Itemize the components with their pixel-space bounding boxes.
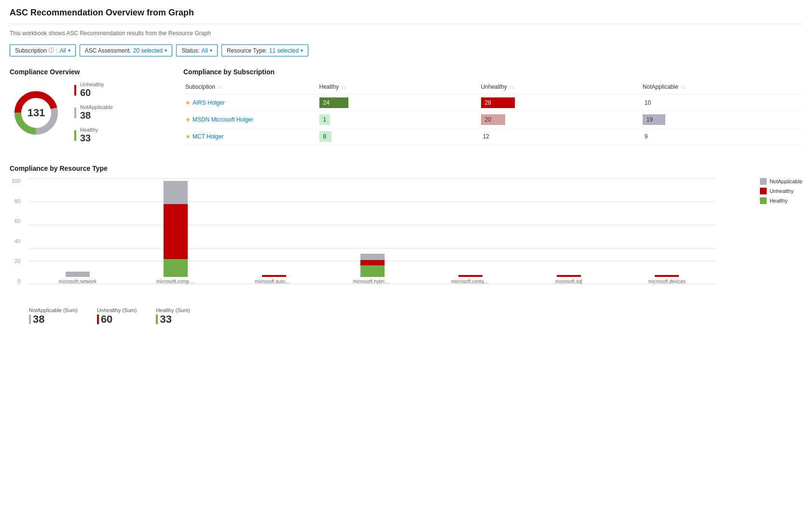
bar-label: microsoft.network [59, 279, 96, 284]
bar-label: microsoft.devices [648, 279, 686, 284]
na-bar: 19 [643, 114, 666, 125]
compliance-subscription-title: Compliance by Subscription [183, 68, 802, 76]
stacked-bar [66, 272, 90, 277]
healthy-legend-value: 33 [80, 133, 98, 144]
stacked-bar [655, 275, 679, 277]
col-unhealthy: Unhealthy ↑↓ [479, 82, 641, 95]
bar-group: microsoft.devices [618, 275, 716, 284]
legend-unhealthy: Unhealthy 60 [74, 82, 113, 98]
subscription-table: Subsciption ↑↓ Healthy ↑↓ Unhealthy ↑↓ [183, 82, 802, 145]
col-healthy: Healthy ↑↓ [317, 82, 479, 95]
y-label-20: 20 [14, 258, 20, 264]
legend-healthy: Healthy 33 [74, 127, 113, 144]
unhealthy-bar: 20 [481, 114, 505, 125]
table-row: ★MCT Holger8129 [183, 128, 802, 145]
notapplicable-chart-label: NotApplicable [770, 178, 802, 184]
bar-group: microsoft.automation [225, 275, 323, 284]
summary-notapplicable-value: 38 [33, 313, 44, 326]
stacked-bar [458, 275, 482, 277]
bar-label: microsoft.automation [255, 279, 293, 284]
col-subscription: Subsciption ↑↓ [183, 82, 317, 95]
healthy-chart-label: Healthy [770, 198, 787, 204]
na-value: 10 [643, 99, 651, 106]
col-notapplicable: NotApplicable ↑↓ [641, 82, 802, 95]
na-value: 9 [643, 133, 648, 140]
healthy-chart-color [760, 197, 767, 204]
unhealthy-legend-color [74, 85, 76, 96]
sort-icon-notapplicable[interactable]: ↑↓ [681, 84, 686, 90]
donut-chart: 131 [10, 86, 63, 139]
y-label-60: 60 [14, 218, 20, 224]
unhealthy-chart-color [760, 188, 767, 194]
unhealthy-value: 12 [481, 133, 489, 140]
healthy-segment [360, 265, 385, 277]
compliance-resource-type-title: Compliance by Resource Type [10, 165, 802, 172]
bar-label: microsoft.sql [555, 279, 582, 284]
subscription-link[interactable]: AIRS Holger [193, 99, 225, 106]
bar-group: microsoft.network [29, 272, 126, 284]
summary-healthy: Healthy (Sum) 33 [156, 307, 190, 326]
page-subtitle: This workbook shows ASC Recommendation r… [10, 30, 802, 37]
legend-item-healthy: Healthy [760, 197, 802, 204]
star-icon: ★ [185, 133, 191, 140]
healthy-segment [164, 259, 188, 277]
subscription-link[interactable]: MCT Holger [193, 133, 223, 140]
sort-icon-unhealthy[interactable]: ↑↓ [509, 84, 514, 90]
compliance-resource-type-section: Compliance by Resource Type 100 80 60 40… [10, 165, 802, 326]
sort-icon-healthy[interactable]: ↑↓ [342, 84, 346, 90]
bar-group: microsoft.compute [127, 180, 225, 284]
unhealthy-legend-label: Unhealthy [80, 82, 104, 87]
unhealthy-segment [164, 204, 188, 259]
summary-notapplicable-bar [29, 315, 31, 324]
status-filter[interactable]: Status: All ▾ [176, 44, 218, 56]
summary-unhealthy-value: 60 [101, 313, 112, 326]
sort-icon-subscription[interactable]: ↑↓ [218, 84, 222, 90]
bar-group: microsoft.sql [520, 275, 618, 284]
na-segment [66, 272, 90, 277]
notapplicable-legend-label: NotApplicable [80, 104, 113, 110]
healthy-legend-label: Healthy [80, 127, 98, 133]
legend-notapplicable: NotApplicable 38 [74, 104, 113, 121]
bar-label: microsoft.hybridcompute [353, 279, 392, 284]
compliance-subscription-section: Compliance by Subscription Subsciption ↑… [183, 68, 802, 145]
page-title: ASC Recommendation Overview from Graph [10, 8, 802, 18]
legend-item-unhealthy: Unhealthy [760, 188, 802, 194]
y-label-0: 0 [17, 278, 20, 284]
y-label-40: 40 [14, 238, 20, 244]
y-label-100: 100 [12, 178, 20, 184]
y-label-80: 80 [14, 198, 20, 204]
donut-total: 131 [28, 107, 45, 119]
table-row: ★MSDN Microsoft Holger12019 [183, 111, 802, 128]
star-icon: ★ [185, 116, 191, 123]
na-segment [360, 254, 385, 260]
stacked-bar [557, 275, 581, 277]
summary-unhealthy-label: Unhealthy (Sum) [97, 307, 137, 313]
healthy-bar: 1 [319, 114, 330, 125]
notapplicable-legend-color [74, 108, 76, 118]
stacked-bar [164, 180, 188, 277]
unhealthy-segment [458, 275, 482, 277]
star-icon: ★ [185, 99, 191, 106]
compliance-legend: Unhealthy 60 NotApplicable 38 [74, 82, 113, 144]
subscription-filter[interactable]: Subscription ⓘ : All ▾ [10, 44, 76, 56]
chart-legend: NotApplicable Unhealthy Healthy [760, 178, 802, 204]
resource-type-filter[interactable]: Resource Type: 11 selected ▾ [221, 44, 308, 56]
summary-healthy-value: 33 [160, 313, 171, 326]
notapplicable-chart-color [760, 178, 767, 185]
compliance-overview-section: Compliance Overview 131 [10, 68, 164, 145]
compliance-overview-title: Compliance Overview [10, 68, 164, 76]
healthy-bar: 24 [319, 97, 348, 108]
subscription-link[interactable]: MSDN Microsoft Holger [193, 116, 253, 123]
na-segment [164, 181, 188, 204]
summary-unhealthy-bar [97, 315, 99, 324]
table-row: ★AIRS Holger242810 [183, 95, 802, 111]
healthy-legend-color [74, 130, 76, 141]
summary-unhealthy: Unhealthy (Sum) 60 [97, 307, 137, 326]
bottom-summary: NotApplicable (Sum) 38 Unhealthy (Sum) 6… [10, 307, 802, 326]
unhealthy-segment [557, 275, 581, 277]
unhealthy-chart-label: Unhealthy [770, 188, 794, 194]
asc-assessment-filter[interactable]: ASC Assessment: 20 selected ▾ [80, 44, 172, 56]
summary-notapplicable-label: NotApplicable (Sum) [29, 307, 78, 313]
stacked-bar [360, 254, 385, 277]
resource-type-chart: 100 80 60 40 20 0 [10, 178, 802, 303]
